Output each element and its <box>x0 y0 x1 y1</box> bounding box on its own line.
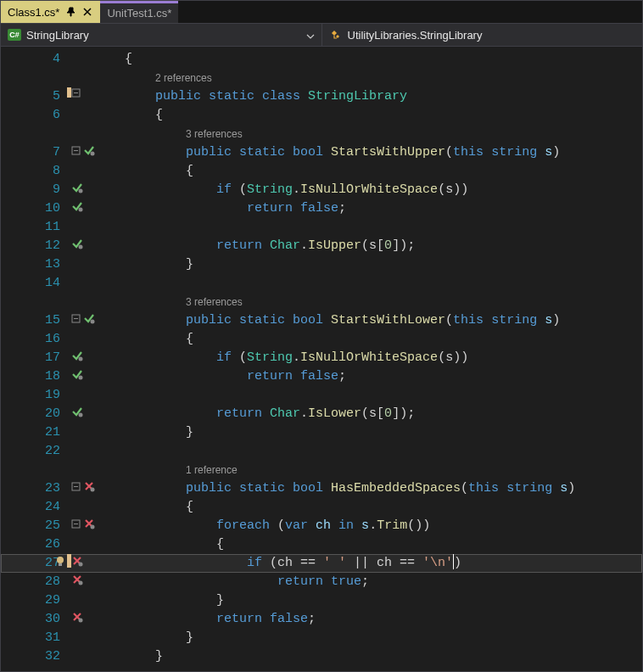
svg-point-12 <box>79 376 83 380</box>
code-line[interactable]: 4 { <box>1 50 642 69</box>
code-line[interactable]: 32 } <box>1 647 642 666</box>
code-line[interactable]: 19 <box>1 386 642 405</box>
svg-point-20 <box>57 557 64 563</box>
code-line[interactable]: 18 return false; <box>1 367 642 386</box>
test-fail-icon[interactable] <box>70 573 84 586</box>
fold-toggle[interactable] <box>70 313 81 323</box>
svg-point-16 <box>91 488 95 492</box>
code-line[interactable]: 31 } <box>1 629 642 647</box>
code-line[interactable]: 16 { <box>1 330 642 349</box>
svg-point-23 <box>79 581 83 585</box>
code-line[interactable]: 22 <box>1 442 642 461</box>
tab-class1[interactable]: Class1.cs* <box>1 1 100 23</box>
code-line[interactable]: 21 } <box>1 423 642 442</box>
svg-point-6 <box>79 208 83 212</box>
pin-icon[interactable] <box>64 6 76 18</box>
code-editor[interactable]: 4 { 2 references 5 public static class S… <box>1 47 642 671</box>
change-indicator <box>67 87 71 98</box>
code-line[interactable]: 28 return true; <box>1 573 642 591</box>
svg-point-4 <box>91 152 95 156</box>
test-pass-icon[interactable] <box>82 311 96 325</box>
svg-point-11 <box>79 357 83 361</box>
project-name: StringLibrary <box>26 29 89 42</box>
code-line[interactable]: 5 public static class StringLibrary <box>1 87 642 106</box>
tab-unittest1[interactable]: UnitTest1.cs* <box>100 1 178 23</box>
test-fail-icon[interactable] <box>82 479 96 493</box>
line-number: 4 <box>1 50 70 69</box>
code-line-current[interactable]: 27 if (ch == ' ' || ch == '\n') <box>1 554 642 573</box>
navigation-bar: C# StringLibrary UtilityLibraries.String… <box>1 23 642 47</box>
code-line[interactable]: 10 return false; <box>1 199 642 218</box>
code-line[interactable]: 9 if (String.IsNullOrWhiteSpace(s)) <box>1 181 642 199</box>
codelens[interactable]: 3 references <box>1 293 642 311</box>
code-line[interactable]: 7 public static bool StartsWithUpper(thi… <box>1 143 642 162</box>
svg-point-13 <box>79 413 83 417</box>
code-line[interactable]: 13 } <box>1 255 642 274</box>
reference-count[interactable]: 2 references <box>155 72 212 84</box>
code-line[interactable]: 6 { <box>1 106 642 125</box>
class-icon <box>329 28 343 42</box>
svg-point-10 <box>91 320 95 324</box>
test-pass-icon[interactable] <box>70 237 84 250</box>
codelens[interactable]: 3 references <box>1 125 642 143</box>
code-line[interactable]: 8 { <box>1 162 642 181</box>
test-pass-icon[interactable] <box>82 143 96 157</box>
code-line[interactable]: 25 foreach (var ch in s.Trim()) <box>1 517 642 535</box>
test-pass-icon[interactable] <box>70 405 84 418</box>
code-line[interactable]: 20 return Char.IsLower(s[0]); <box>1 405 642 423</box>
csharp-icon: C# <box>8 29 21 41</box>
class-dropdown[interactable]: UtilityLibraries.StringLibrary <box>322 24 643 46</box>
change-indicator <box>67 554 71 568</box>
svg-point-22 <box>79 563 83 567</box>
test-pass-icon[interactable] <box>70 349 84 362</box>
class-name: UtilityLibraries.StringLibrary <box>348 29 483 42</box>
test-fail-icon[interactable] <box>70 554 84 568</box>
code-line[interactable]: 11 <box>1 218 642 237</box>
svg-rect-21 <box>59 563 62 566</box>
code-line[interactable]: 30 return false; <box>1 610 642 629</box>
close-icon[interactable] <box>81 6 93 18</box>
code-line[interactable]: 17 if (String.IsNullOrWhiteSpace(s)) <box>1 349 642 367</box>
code-line[interactable]: 15 public static bool StartsWithLower(th… <box>1 311 642 330</box>
test-pass-icon[interactable] <box>70 181 84 194</box>
code-line[interactable]: 14 <box>1 274 642 293</box>
code-line[interactable]: 24 { <box>1 498 642 517</box>
code-line[interactable]: 12 return Char.IsUpper(s[0]); <box>1 237 642 255</box>
codelens[interactable]: 2 references <box>1 69 642 87</box>
test-pass-icon[interactable] <box>70 199 84 213</box>
svg-point-7 <box>79 245 83 249</box>
test-fail-icon[interactable] <box>70 610 84 624</box>
fold-toggle[interactable] <box>70 87 81 98</box>
code-line[interactable]: 29 } <box>1 591 642 610</box>
test-pass-icon[interactable] <box>70 367 84 381</box>
tab-label: UnitTest1.cs* <box>107 7 171 20</box>
fold-toggle[interactable] <box>70 145 81 155</box>
svg-point-19 <box>91 525 95 529</box>
code-line[interactable]: 23 public static bool HasEmbeddedSpaces(… <box>1 479 642 498</box>
tab-label: Class1.cs* <box>8 6 59 19</box>
chevron-down-icon <box>306 29 315 42</box>
project-dropdown[interactable]: C# StringLibrary <box>1 24 322 46</box>
svg-point-24 <box>79 619 83 623</box>
fold-toggle[interactable] <box>70 481 81 491</box>
svg-point-5 <box>79 189 83 193</box>
codelens[interactable]: 1 reference <box>1 461 642 479</box>
tab-strip: Class1.cs* UnitTest1.cs* <box>1 1 642 23</box>
fold-toggle[interactable] <box>70 518 81 529</box>
lightbulb-icon[interactable] <box>53 554 67 568</box>
test-fail-icon[interactable] <box>82 517 96 530</box>
code-line[interactable]: 26 { <box>1 535 642 554</box>
